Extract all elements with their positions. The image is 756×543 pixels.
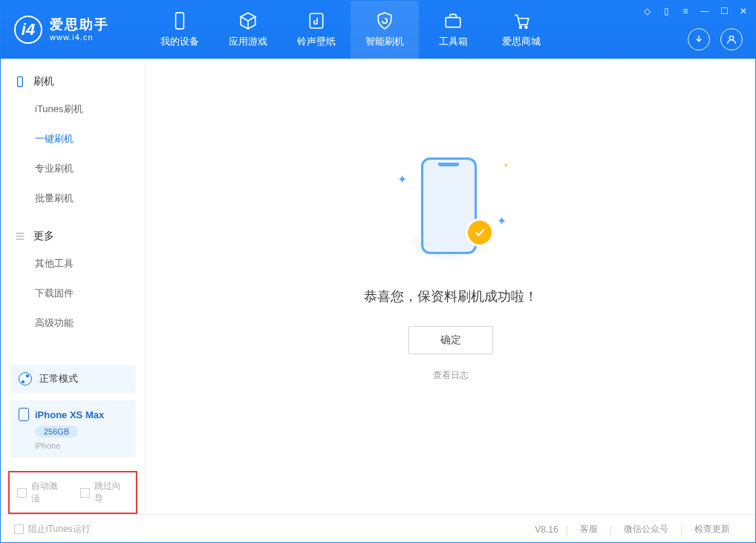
download-button[interactable]	[688, 28, 710, 51]
minimize-button[interactable]: —	[700, 6, 710, 16]
sidebar-item-pro-flash[interactable]: 专业刷机	[1, 154, 145, 183]
tab-label: 工具箱	[439, 35, 468, 48]
auto-activate-label: 自动激活	[31, 480, 65, 505]
shield-refresh-icon	[375, 11, 394, 30]
footer-link-support[interactable]: 客服	[568, 523, 610, 536]
maximize-button[interactable]: ☐	[719, 6, 729, 16]
phone-mini-icon[interactable]: ▯	[661, 6, 671, 16]
checkbox-skip-guide[interactable]	[80, 488, 90, 498]
tab-label: 智能刷机	[365, 35, 404, 48]
checkbox-auto-activate[interactable]	[17, 488, 27, 498]
sidebar-item-other-tools[interactable]: 其他工具	[1, 249, 145, 279]
sidebar-section-more: 更多	[1, 230, 145, 249]
tab-my-device[interactable]: 我的设备	[146, 1, 214, 59]
app-logo: i4 爱思助手 www.i4.cn	[1, 16, 146, 44]
tab-toolbox[interactable]: 工具箱	[419, 1, 487, 59]
menu-icon[interactable]: ≡	[680, 6, 691, 16]
svg-rect-6	[18, 77, 23, 86]
device-small-icon	[14, 76, 26, 88]
ok-button[interactable]: 确定	[408, 326, 493, 354]
checkbox-block-itunes[interactable]	[14, 524, 24, 534]
cart-icon	[512, 11, 531, 30]
device-name: iPhone XS Max	[35, 409, 104, 420]
tab-store[interactable]: 爱思商城	[487, 1, 555, 59]
success-message: 恭喜您，保资料刷机成功啦！	[364, 287, 538, 305]
sidebar-section-flash: 刷机	[1, 75, 145, 94]
app-name: 爱思助手	[50, 18, 109, 33]
tab-apps-games[interactable]: 应用游戏	[214, 1, 282, 59]
device-subtitle: iPhone	[35, 441, 127, 450]
svg-point-4	[525, 26, 527, 28]
sidebar-item-itunes-flash[interactable]: iTunes刷机	[1, 94, 145, 124]
check-badge-icon	[466, 218, 494, 247]
version-label: V8.16	[535, 524, 558, 535]
sidebar-item-download-firmware[interactable]: 下载固件	[1, 279, 145, 308]
sidebar-item-batch-flash[interactable]: 批量刷机	[1, 183, 145, 213]
sparkle-icon: ✦	[397, 172, 407, 186]
section-title: 更多	[33, 230, 54, 243]
toolbox-icon	[443, 11, 463, 30]
tab-ringtones[interactable]: 铃声壁纸	[282, 1, 351, 59]
section-title: 刷机	[33, 75, 54, 88]
footer-link-update[interactable]: 检查更新	[682, 523, 742, 536]
mode-icon	[19, 372, 32, 386]
tab-smart-flash[interactable]: 智能刷机	[351, 1, 419, 59]
user-button[interactable]	[720, 28, 743, 51]
block-itunes-label: 阻止iTunes运行	[28, 523, 91, 536]
device-capacity: 256GB	[35, 426, 78, 438]
sidebar-item-advanced[interactable]: 高级功能	[1, 308, 145, 338]
sparkle-icon: ✦	[503, 161, 509, 169]
sidebar-item-oneclick-flash[interactable]: 一键刷机	[1, 124, 145, 154]
list-icon	[14, 230, 26, 242]
tab-label: 我的设备	[160, 35, 199, 48]
options-highlight: 自动激活 跳过向导	[8, 471, 137, 514]
sparkle-icon: ✦	[497, 214, 506, 228]
device-icon	[170, 11, 189, 30]
svg-point-3	[519, 26, 521, 28]
svg-rect-0	[176, 13, 184, 29]
shirt-icon[interactable]: ◇	[642, 6, 652, 16]
tab-label: 爱思商城	[502, 35, 541, 48]
view-log-link[interactable]: 查看日志	[433, 369, 469, 382]
cube-icon	[238, 11, 258, 30]
device-card[interactable]: iPhone XS Max 256GB iPhone	[10, 400, 136, 458]
mode-label: 正常模式	[39, 372, 78, 386]
tab-label: 应用游戏	[229, 35, 267, 48]
svg-rect-1	[310, 13, 322, 28]
app-url: www.i4.cn	[50, 33, 109, 42]
svg-rect-2	[446, 18, 460, 27]
footer-link-wechat[interactable]: 微信公众号	[612, 523, 680, 536]
close-button[interactable]: ✕	[738, 6, 749, 16]
success-graphic: ✦ ✦ ✦	[391, 146, 510, 265]
tab-label: 铃声壁纸	[297, 35, 336, 48]
mode-card[interactable]: 正常模式	[10, 365, 136, 393]
main-content: ✦ ✦ ✦ 恭喜您，保资料刷机成功啦！ 确定 查看日志	[146, 59, 755, 514]
sidebar: 刷机 iTunes刷机 一键刷机 专业刷机 批量刷机 更多 其他工具 下载固件 …	[1, 59, 146, 514]
music-icon	[307, 11, 326, 30]
svg-point-5	[729, 36, 733, 39]
phone-icon	[19, 408, 29, 421]
skip-guide-label: 跳过向导	[94, 480, 128, 505]
